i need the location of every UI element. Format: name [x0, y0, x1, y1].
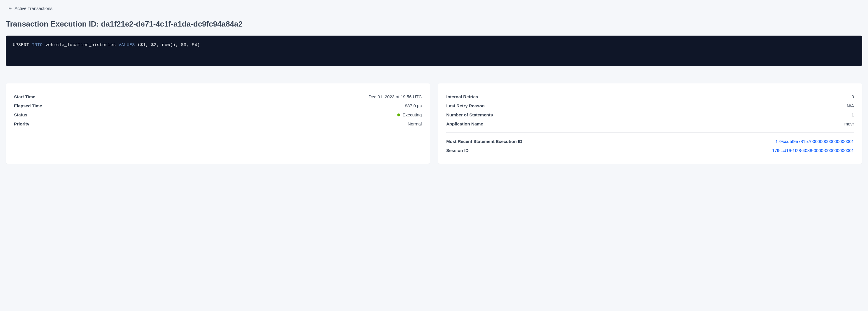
detail-cards-row: Start Time Dec 01, 2023 at 19:56 UTC Ela…	[6, 83, 862, 164]
status-value-wrapper: Executing	[397, 112, 422, 117]
elapsed-time-row: Elapsed Time 887.0 µs	[14, 101, 422, 110]
priority-row: Priority Normal	[14, 119, 422, 129]
status-dot-icon	[397, 113, 400, 116]
start-time-row: Start Time Dec 01, 2023 at 19:56 UTC	[14, 92, 422, 101]
sql-statement-text: UPSERT INTO vehicle_location_histories V…	[13, 43, 200, 48]
last-retry-reason-row: Last Retry Reason N/A	[446, 101, 854, 110]
internal-retries-label: Internal Retries	[446, 94, 478, 99]
breadcrumb[interactable]: Active Transactions	[8, 6, 862, 11]
sql-statement-block: UPSERT INTO vehicle_location_histories V…	[6, 36, 862, 66]
num-statements-label: Number of Statements	[446, 112, 493, 117]
priority-value: Normal	[408, 121, 422, 126]
app-name-label: Application Name	[446, 121, 483, 126]
elapsed-time-label: Elapsed Time	[14, 103, 42, 108]
session-id-row: Session ID 179ccd19-1f28-4088-0000-00000…	[446, 146, 854, 155]
page-title: Transaction Execution ID: da1f21e2-de71-…	[6, 20, 862, 29]
transaction-detail-card: Internal Retries 0 Last Retry Reason N/A…	[438, 83, 862, 164]
arrow-left-icon	[8, 6, 12, 10]
last-retry-reason-value: N/A	[847, 103, 854, 108]
elapsed-time-value: 887.0 µs	[405, 103, 422, 108]
start-time-value: Dec 01, 2023 at 19:56 UTC	[368, 94, 422, 99]
status-row: Status Executing	[14, 110, 422, 119]
internal-retries-row: Internal Retries 0	[446, 92, 854, 101]
start-time-label: Start Time	[14, 94, 35, 99]
priority-label: Priority	[14, 121, 29, 126]
last-retry-reason-label: Last Retry Reason	[446, 103, 485, 108]
execution-summary-card: Start Time Dec 01, 2023 at 19:56 UTC Ela…	[6, 83, 430, 164]
stmt-exec-id-label: Most Recent Statement Execution ID	[446, 139, 522, 144]
num-statements-row: Number of Statements 1	[446, 110, 854, 119]
app-name-value: movr	[844, 121, 854, 126]
stmt-exec-id-row: Most Recent Statement Execution ID 179cc…	[446, 137, 854, 146]
internal-retries-value: 0	[852, 94, 854, 99]
status-label: Status	[14, 112, 27, 117]
status-value: Executing	[403, 112, 422, 117]
breadcrumb-label[interactable]: Active Transactions	[14, 6, 53, 11]
session-id-link[interactable]: 179ccd19-1f28-4088-0000-000000000001	[772, 148, 854, 153]
divider	[446, 133, 854, 133]
app-name-row: Application Name movr	[446, 119, 854, 129]
num-statements-value: 1	[852, 112, 854, 117]
stmt-exec-id-link[interactable]: 179ccd5f9e78157000000000000000001	[776, 139, 854, 144]
session-id-label: Session ID	[446, 148, 469, 153]
